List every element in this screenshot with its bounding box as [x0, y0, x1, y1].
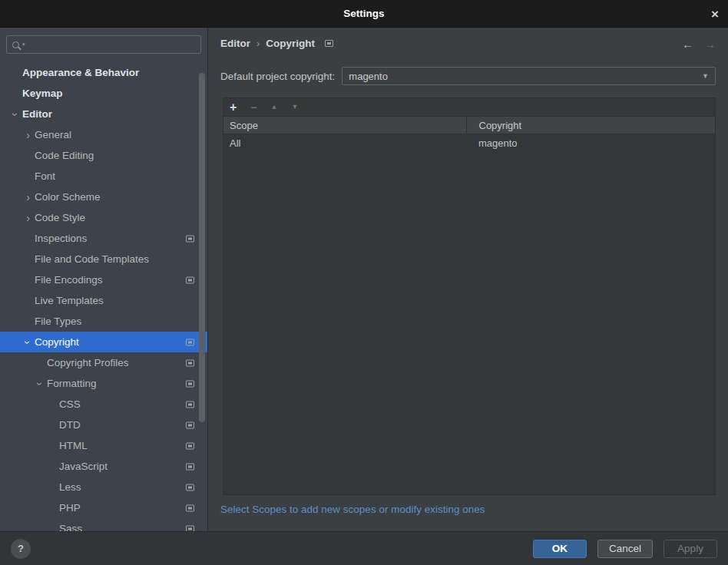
breadcrumb-editor[interactable]: Editor	[220, 38, 250, 49]
sidebar-item-inspections[interactable]: Inspections	[0, 228, 207, 249]
screen-marker-icon	[186, 401, 194, 408]
sidebar-item-live-templates[interactable]: Live Templates	[0, 290, 207, 311]
search-input[interactable]: ▾	[6, 35, 201, 54]
column-header-copyright[interactable]: Copyright	[467, 117, 716, 134]
chevron-right-icon[interactable]: ›	[22, 212, 35, 224]
sidebar-item-less[interactable]: Less	[0, 477, 207, 497]
sidebar-item-code-editing[interactable]: Code Editing	[0, 145, 207, 166]
screen-marker-icon	[186, 421, 194, 428]
sidebar-item-sass[interactable]: Sass	[0, 518, 207, 531]
back-arrow-icon[interactable]: ←	[682, 38, 693, 51]
copyright-cell: magento	[466, 134, 715, 151]
scopes-table-block: + − ▲ ▼ Scope Copyright Allmagento	[223, 97, 716, 495]
sidebar-item-label: JavaScript	[59, 461, 108, 472]
screen-marker-icon	[186, 463, 194, 470]
remove-scope-button[interactable]: −	[250, 102, 256, 113]
sidebar-item-file-and-code-templates[interactable]: File and Code Templates	[0, 249, 207, 269]
ok-button[interactable]: OK	[533, 540, 587, 558]
sidebar-item-label: DTD	[59, 419, 81, 431]
sidebar-item-label: File Encodings	[35, 274, 103, 286]
sidebar-item-font[interactable]: Font	[0, 166, 207, 187]
close-icon[interactable]: ×	[711, 7, 719, 20]
sidebar-item-formatting[interactable]: ›Formatting	[0, 373, 207, 394]
chevron-right-icon[interactable]: ›	[22, 129, 35, 141]
sidebar-item-dtd[interactable]: DTD	[0, 415, 207, 435]
chevron-down-icon[interactable]: ›	[22, 336, 35, 349]
sidebar-item-javascript[interactable]: JavaScript	[0, 456, 207, 477]
default-copyright-label: Default project copyright:	[220, 71, 335, 82]
sidebar-item-label: Font	[35, 170, 55, 182]
column-header-scope[interactable]: Scope	[223, 117, 467, 134]
chevron-down-icon: ▼	[702, 72, 709, 80]
sidebar-item-label: Appearance & Behavior	[22, 67, 139, 78]
sidebar-item-label: Inspections	[35, 233, 87, 244]
default-copyright-select[interactable]: magento ▼	[342, 67, 716, 85]
dialog-footer: ? OK Cancel Apply	[0, 531, 728, 565]
cancel-button[interactable]: Cancel	[597, 540, 653, 558]
sidebar-item-keymap[interactable]: Keymap	[0, 83, 207, 104]
apply-button[interactable]: Apply	[663, 540, 717, 558]
sidebar-item-label: PHP	[59, 502, 81, 514]
sidebar-scrollbar[interactable]	[199, 73, 205, 422]
sidebar-item-color-scheme[interactable]: ›Color Scheme	[0, 187, 207, 207]
scopes-toolbar: + − ▲ ▼	[223, 98, 715, 117]
forward-arrow-icon: →	[704, 38, 716, 51]
sidebar-item-label: Sass	[59, 523, 82, 531]
settings-sidebar: ▾ Appearance & BehaviorKeymap›Editor›Gen…	[0, 28, 208, 531]
breadcrumb-separator-icon: ›	[256, 38, 260, 49]
screen-marker-icon	[186, 276, 194, 283]
sidebar-item-php[interactable]: PHP	[0, 497, 207, 518]
sidebar-item-file-types[interactable]: File Types	[0, 311, 207, 332]
sidebar-item-label: File and Code Templates	[35, 253, 149, 265]
sidebar-item-label: Keymap	[22, 88, 63, 99]
sidebar-item-label: General	[35, 129, 71, 140]
sidebar-item-label: Copyright	[35, 336, 79, 348]
screen-marker-icon	[186, 442, 194, 449]
sidebar-item-html[interactable]: HTML	[0, 435, 207, 456]
scopes-table-body: Allmagento	[223, 134, 715, 151]
select-scopes-link[interactable]: Select Scopes to add new scopes or modif…	[220, 504, 485, 515]
sidebar-item-copyright[interactable]: ›Copyright	[0, 332, 207, 352]
sidebar-item-code-style[interactable]: ›Code Style	[0, 207, 207, 228]
move-down-button[interactable]: ▼	[291, 104, 298, 111]
screen-marker-icon	[186, 484, 194, 491]
breadcrumb-copyright[interactable]: Copyright	[266, 38, 315, 49]
titlebar: Settings ×	[0, 0, 728, 28]
screen-marker-icon	[186, 235, 194, 242]
screen-marker-icon	[186, 525, 194, 531]
sidebar-item-label: Formatting	[47, 378, 97, 389]
chevron-right-icon[interactable]: ›	[22, 191, 35, 203]
settings-tree: Appearance & BehaviorKeymap›Editor›Gener…	[0, 62, 207, 531]
sidebar-item-file-encodings[interactable]: File Encodings	[0, 269, 207, 290]
screen-marker-icon	[186, 380, 194, 387]
table-row[interactable]: Allmagento	[223, 134, 715, 151]
screen-marker-icon	[186, 359, 194, 366]
sidebar-item-label: CSS	[59, 398, 81, 410]
sidebar-item-label: Code Style	[35, 212, 85, 223]
dialog-buttons: OK Cancel Apply	[533, 540, 717, 558]
window-title: Settings	[343, 8, 384, 19]
help-button[interactable]: ?	[11, 539, 31, 559]
chevron-down-icon[interactable]: ›	[9, 108, 22, 121]
default-copyright-value: magento	[349, 71, 388, 82]
screen-marker-icon	[325, 40, 333, 47]
sidebar-item-general[interactable]: ›General	[0, 124, 207, 145]
breadcrumb: Editor › Copyright	[220, 38, 333, 49]
sidebar-item-editor[interactable]: ›Editor	[0, 104, 207, 124]
sidebar-item-css[interactable]: CSS	[0, 394, 207, 415]
screen-marker-icon	[186, 339, 194, 345]
sidebar-item-label: Code Editing	[35, 150, 94, 161]
sidebar-item-copyright-profiles[interactable]: Copyright Profiles	[0, 352, 207, 373]
sidebar-item-label: File Types	[35, 316, 81, 327]
search-options-caret-icon[interactable]: ▾	[22, 41, 25, 48]
sidebar-item-label: HTML	[59, 440, 88, 451]
move-up-button[interactable]: ▲	[271, 104, 278, 111]
scope-cell: All	[223, 134, 466, 151]
sidebar-item-label: Copyright Profiles	[47, 357, 129, 368]
sidebar-item-appearance-behavior[interactable]: Appearance & Behavior	[0, 62, 207, 83]
sidebar-item-label: Color Scheme	[35, 191, 101, 203]
add-scope-button[interactable]: +	[230, 101, 237, 114]
chevron-down-icon[interactable]: ›	[34, 378, 47, 390]
search-icon	[12, 41, 19, 48]
history-navigation: ← →	[682, 38, 716, 51]
